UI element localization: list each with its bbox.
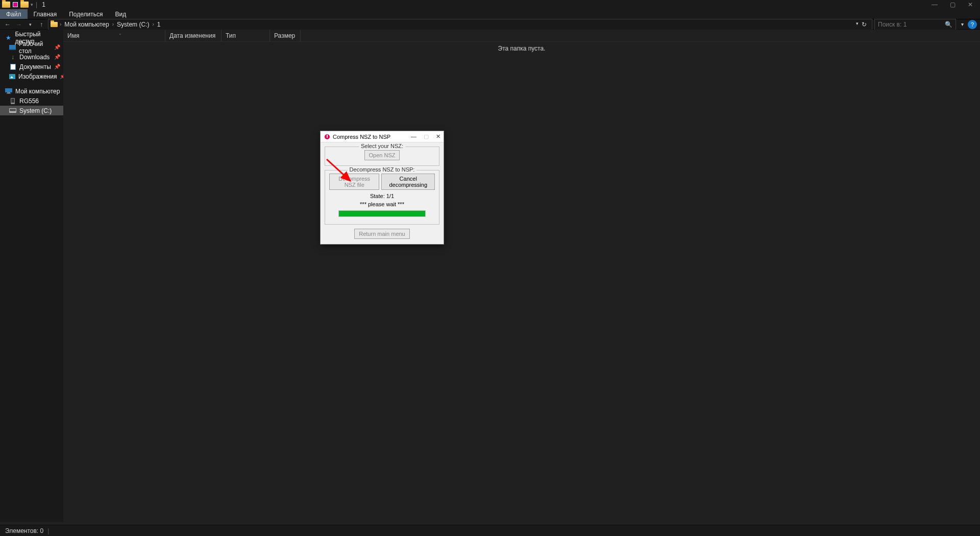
select-legend: Select your NSZ: <box>359 143 405 149</box>
compress-dialog: Compress NSZ to NSP — ▢ ✕ Select your NS… <box>320 131 444 245</box>
decompress-button: Decompress NSZ file <box>329 174 379 190</box>
help-button[interactable]: ? <box>968 20 977 29</box>
up-button[interactable]: ↑ <box>37 20 46 29</box>
qat: ▾ | 1 <box>2 1 45 8</box>
qat-chevron-icon[interactable]: ▾ <box>31 2 33 7</box>
tab-file[interactable]: Файл <box>0 9 28 19</box>
sidebar-documents[interactable]: Документы 📌 <box>0 62 63 71</box>
sidebar-system-c[interactable]: System (C:) <box>0 106 63 115</box>
crumb-drive[interactable]: System (C:) <box>116 21 150 28</box>
svg-rect-6 <box>9 74 15 79</box>
column-label: Имя <box>67 32 79 39</box>
address-chevron-icon[interactable]: ▾ <box>856 21 859 28</box>
minimize-button[interactable]: — <box>932 1 938 8</box>
sidebar-item-label: System (C:) <box>19 107 52 114</box>
sidebar-item-label: Downloads <box>19 54 50 61</box>
pin-icon: 📌 <box>54 54 60 60</box>
svg-rect-12 <box>11 99 14 103</box>
ribbon-chevron-icon[interactable]: ▾ <box>961 21 964 27</box>
column-type[interactable]: Тип <box>222 30 270 41</box>
pin-icon: 📌 <box>54 44 60 50</box>
qat-divider: | <box>36 1 37 8</box>
dialog-window-controls: — ▢ ✕ <box>411 133 440 140</box>
empty-folder-text: Эта папка пуста. <box>63 45 980 52</box>
svg-rect-8 <box>5 88 12 92</box>
column-size[interactable]: Размер <box>270 30 301 41</box>
refresh-button[interactable]: ↻ <box>862 21 867 28</box>
main-area: ★ Быстрый доступ Рабочий стол 📌 ↓ Downlo… <box>0 30 980 522</box>
app-icon <box>11 1 19 8</box>
star-icon: ★ <box>5 35 12 41</box>
sidebar: ★ Быстрый доступ Рабочий стол 📌 ↓ Downlo… <box>0 30 63 522</box>
sidebar-my-computer[interactable]: Мой компьютер <box>0 86 63 96</box>
documents-icon <box>9 64 16 70</box>
sidebar-item-label: Документы <box>19 63 51 70</box>
recent-chevron-icon[interactable]: ▾ <box>26 20 35 29</box>
dialog-title: Compress NSZ to NSP <box>333 134 390 140</box>
chevron-right-icon[interactable]: › <box>112 21 114 27</box>
sidebar-rg556[interactable]: RG556 <box>0 96 63 106</box>
ribbon-tabs: Файл Главная Поделиться Вид <box>0 9 980 19</box>
sort-icon: ˄ <box>119 33 121 38</box>
svg-rect-5 <box>11 64 15 69</box>
column-date[interactable]: Дата изменения <box>165 30 222 41</box>
dialog-app-icon <box>324 133 331 140</box>
svg-rect-9 <box>7 92 10 93</box>
wait-text: *** please wait *** <box>329 201 435 207</box>
progress-bar <box>338 210 426 217</box>
dialog-close-button[interactable]: ✕ <box>436 133 440 140</box>
search-box[interactable]: 🔍 <box>874 19 956 30</box>
maximize-button[interactable]: ▢ <box>950 1 955 8</box>
address-bar[interactable]: › Мой компьютер › System (C:) › 1 ▾ ↻ <box>48 19 872 30</box>
chevron-right-icon[interactable]: › <box>60 21 61 27</box>
decompress-fieldset: Decompress NSZ to NSP: Decompress NSZ fi… <box>325 170 439 225</box>
dialog-titlebar: Compress NSZ to NSP — ▢ ✕ <box>321 131 444 142</box>
progress-fill <box>339 211 425 216</box>
tab-view[interactable]: Вид <box>109 9 132 19</box>
window-title: 1 <box>42 1 45 8</box>
tab-share[interactable]: Поделиться <box>63 9 109 19</box>
svg-rect-14 <box>10 109 16 111</box>
crumb-mypc[interactable]: Мой компьютер <box>63 21 110 28</box>
svg-rect-2 <box>9 45 16 49</box>
state-text: State: 1/1 <box>329 193 435 199</box>
select-fieldset: Select your NSZ: Open NSZ <box>325 147 439 166</box>
svg-rect-10 <box>6 93 11 94</box>
search-icon[interactable]: 🔍 <box>945 21 952 28</box>
sidebar-downloads[interactable]: ↓ Downloads 📌 <box>0 52 63 62</box>
status-bar: Элементов: 0 | <box>0 525 980 536</box>
search-input[interactable] <box>878 21 945 28</box>
dialog-minimize-button[interactable]: — <box>411 133 416 140</box>
svg-rect-16 <box>327 135 328 138</box>
title-bar: ▾ | 1 — ▢ ✕ <box>0 0 980 9</box>
svg-rect-1 <box>13 3 17 7</box>
cancel-decompress-button[interactable]: Cancel decompressing <box>381 174 435 190</box>
desktop-icon <box>9 44 16 51</box>
download-icon: ↓ <box>9 54 16 60</box>
tab-main[interactable]: Главная <box>28 9 63 19</box>
crumb-folder[interactable]: 1 <box>156 21 162 28</box>
drive-icon <box>9 108 16 114</box>
column-name[interactable]: Имя˄ <box>63 30 165 41</box>
column-headers: Имя˄ Дата изменения Тип Размер <box>63 30 980 42</box>
sidebar-item-label: Рабочий стол <box>19 40 51 55</box>
dialog-body: Select your NSZ: Open NSZ Decompress NSZ… <box>321 142 444 244</box>
folder-icon <box>51 21 58 28</box>
open-nsz-button: Open NSZ <box>364 150 400 160</box>
pin-icon: 📌 <box>54 64 60 69</box>
forward-button[interactable]: → <box>14 20 23 29</box>
return-main-menu-button: Return main menu <box>354 229 410 239</box>
chevron-right-icon[interactable]: › <box>152 21 154 27</box>
close-button[interactable]: ✕ <box>968 1 973 8</box>
content-pane: Имя˄ Дата изменения Тип Размер Эта папка… <box>63 30 980 522</box>
sidebar-item-label: Мой компьютер <box>15 88 60 95</box>
status-items: Элементов: 0 <box>5 527 43 534</box>
status-divider: | <box>47 527 49 534</box>
computer-icon <box>5 88 12 94</box>
sidebar-pictures[interactable]: Изображения 📌 <box>0 71 63 81</box>
pictures-icon <box>9 74 15 80</box>
dialog-maximize-button: ▢ <box>424 133 429 140</box>
decompress-legend: Decompress NSZ to NSP: <box>348 166 417 173</box>
sidebar-item-label: RG556 <box>19 98 39 105</box>
back-button[interactable]: ← <box>3 20 12 29</box>
